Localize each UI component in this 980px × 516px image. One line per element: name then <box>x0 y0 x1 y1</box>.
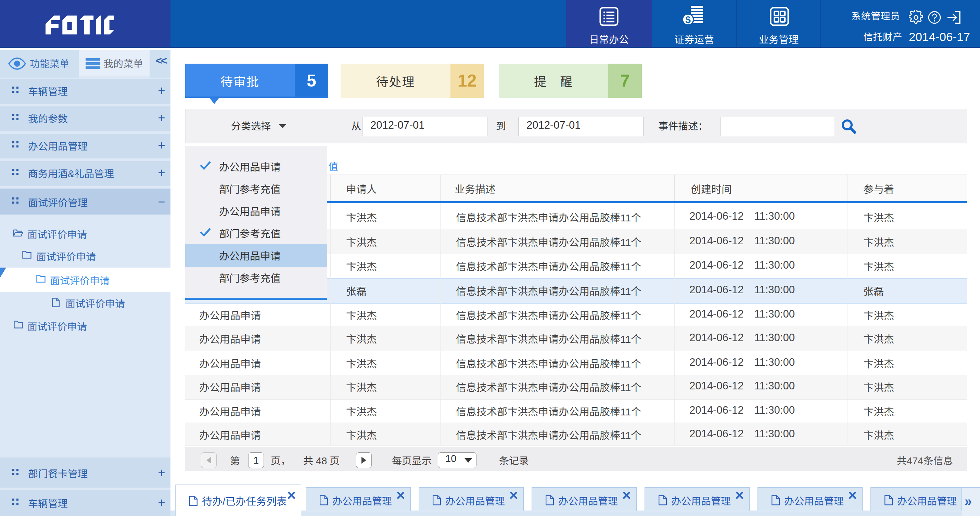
svg-text:$: $ <box>685 14 691 25</box>
